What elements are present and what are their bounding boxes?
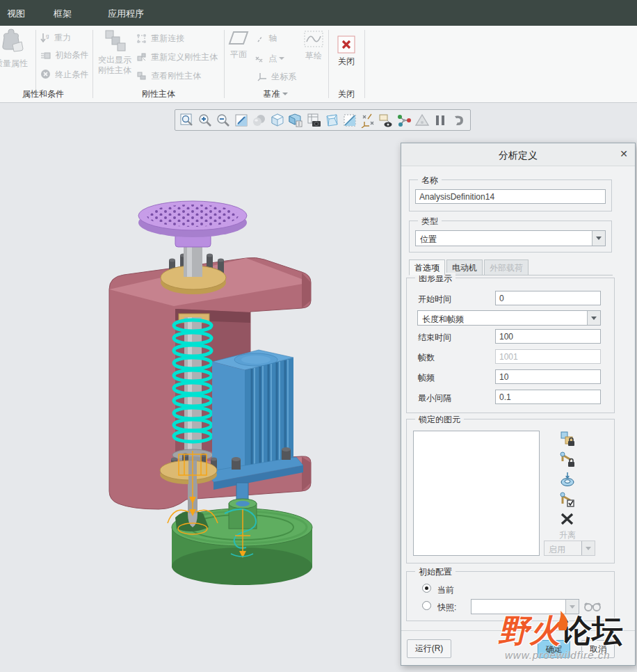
dialog-titlebar[interactable]: 分析定义 ✕ bbox=[401, 143, 635, 166]
initial-conditions-icon bbox=[40, 50, 51, 62]
frame-count-input bbox=[495, 349, 601, 364]
point-button[interactable]: 点 bbox=[255, 53, 284, 65]
graphical-display-group: 图形显示 开始时间 长度和帧频 结束时间 帧数 帧频 最小间隔 bbox=[406, 278, 615, 413]
current-radio-label: 当前 bbox=[437, 584, 454, 596]
chevron-down-icon bbox=[279, 57, 284, 60]
delete-lock-icon[interactable] bbox=[559, 511, 576, 527]
perforated-disc bbox=[147, 205, 239, 227]
axis-button[interactable]: 轴 bbox=[256, 33, 277, 45]
snapshot-radio-label: 快照: bbox=[437, 602, 456, 614]
plane-button[interactable]: 平面 bbox=[227, 30, 250, 60]
redefine-rigid-body-button[interactable]: 重新定义刚性主体 bbox=[136, 51, 218, 64]
enable-select-arrow bbox=[581, 541, 595, 555]
end-time-input[interactable] bbox=[495, 329, 601, 344]
dialog-title: 分析定义 bbox=[401, 150, 635, 162]
enable-select: 启用 bbox=[544, 541, 595, 556]
min-interval-label: 最小间隔 bbox=[418, 392, 451, 404]
plane-icon bbox=[228, 39, 249, 49]
ribbon-separator bbox=[224, 30, 225, 98]
locked-entities-group: 锁定的图元 升离 启用 bbox=[406, 419, 615, 563]
group-label-datum: 基准 bbox=[241, 88, 310, 100]
lock-bodies-icon[interactable] bbox=[559, 431, 576, 447]
menu-frame[interactable]: 框架 bbox=[54, 8, 72, 20]
liftoff-label: 升离 bbox=[559, 529, 576, 541]
snapshot-radio[interactable] bbox=[422, 601, 431, 610]
point-icon bbox=[255, 55, 264, 65]
close-mechanism-button[interactable]: 关闭 bbox=[332, 35, 360, 67]
svg-text:g: g bbox=[46, 33, 49, 39]
ribbon: 质量属性 g 重力 初始条件 终止条件 属性和条件 突出显示 刚性主体 重新连接… bbox=[0, 26, 637, 103]
enable-connection-icon[interactable] bbox=[559, 491, 576, 508]
analysis-definition-dialog: 分析定义 ✕ 名称 类型 位置 首选项 电动机 外部载荷 图形显示 开始时间 bbox=[401, 143, 636, 666]
tab-external-loads: 外部载荷 bbox=[484, 259, 529, 275]
initial-conditions-button[interactable]: 初始条件 bbox=[40, 49, 88, 62]
graphics-area[interactable]: 分析定义 ✕ 名称 类型 位置 首选项 电动机 外部载荷 图形显示 开始时间 bbox=[0, 103, 637, 672]
tab-preferences[interactable]: 首选项 bbox=[409, 259, 445, 275]
duration-mode-arrow[interactable] bbox=[587, 311, 600, 325]
redefine-rigid-body-icon bbox=[136, 52, 147, 64]
reconnect-button[interactable]: 重新连接 bbox=[136, 33, 184, 45]
reconnect-icon bbox=[136, 33, 147, 45]
frame-count-label: 帧数 bbox=[418, 352, 435, 364]
csys-icon bbox=[257, 72, 267, 83]
dialog-tabs: 首选项 电动机 外部载荷 bbox=[409, 259, 613, 276]
current-radio[interactable] bbox=[422, 584, 431, 593]
locked-entities-list[interactable] bbox=[413, 431, 540, 556]
footer-divider bbox=[401, 630, 635, 631]
dialog-close-icon[interactable]: ✕ bbox=[620, 148, 628, 159]
ok-button[interactable]: 确定 bbox=[538, 640, 570, 658]
gravity-icon: g bbox=[40, 33, 50, 45]
frame-rate-input[interactable] bbox=[495, 369, 601, 384]
cam-liftoff-icon[interactable] bbox=[559, 471, 576, 488]
preview-glasses-icon[interactable] bbox=[583, 600, 602, 615]
close-icon bbox=[337, 46, 355, 56]
view-rigid-body-button[interactable]: 查看刚性主体 bbox=[136, 70, 201, 83]
group-label-close: 关闭 bbox=[312, 88, 381, 100]
gravity-button[interactable]: g 重力 bbox=[40, 32, 71, 45]
start-time-input[interactable] bbox=[495, 291, 601, 305]
menu-applications[interactable]: 应用程序 bbox=[108, 8, 144, 20]
top-menu-bar: 视图 框架 应用程序 bbox=[0, 0, 637, 26]
termination-conditions-button[interactable]: 终止条件 bbox=[40, 69, 88, 81]
type-group: 类型 位置 bbox=[409, 221, 612, 253]
type-select[interactable]: 位置 bbox=[415, 230, 606, 246]
frame-rate-label: 帧频 bbox=[418, 372, 435, 384]
name-input[interactable] bbox=[415, 189, 606, 204]
mass-properties-icon bbox=[0, 48, 24, 58]
view-rigid-body-icon bbox=[136, 71, 147, 83]
type-select-arrow[interactable] bbox=[592, 231, 605, 246]
group-label-rigid-bodies: 刚性主体 bbox=[124, 88, 193, 100]
cancel-button[interactable]: 取消 bbox=[581, 640, 615, 658]
duration-mode-select[interactable]: 长度和帧频 bbox=[417, 310, 601, 326]
highlight-rigid-body-icon bbox=[103, 45, 127, 54]
sketch-button[interactable]: 草绘 bbox=[302, 30, 325, 61]
ribbon-separator bbox=[92, 30, 93, 98]
group-label-properties-conditions: 属性和条件 bbox=[8, 88, 78, 100]
menu-view[interactable]: 视图 bbox=[7, 8, 25, 20]
run-button[interactable]: 运行(R) bbox=[407, 639, 451, 658]
initial-config-group: 初始配置 当前 快照: bbox=[406, 571, 615, 621]
termination-conditions-icon bbox=[40, 69, 51, 81]
mass-properties-button[interactable]: 质量属性 bbox=[0, 28, 33, 69]
min-interval-input[interactable] bbox=[495, 390, 601, 404]
chevron-down-icon bbox=[282, 93, 288, 95]
lock-connections-icon[interactable] bbox=[559, 451, 576, 468]
highlight-rigid-body-button[interactable]: 突出显示 刚性主体 bbox=[95, 29, 135, 76]
axis-icon bbox=[256, 35, 264, 45]
end-time-label: 结束时间 bbox=[418, 332, 451, 344]
sketch-icon bbox=[303, 40, 324, 50]
name-group: 名称 bbox=[409, 179, 612, 211]
snapshot-select[interactable] bbox=[471, 599, 579, 614]
csys-button[interactable]: 坐标系 bbox=[257, 71, 296, 83]
snapshot-select-arrow[interactable] bbox=[565, 600, 579, 614]
start-time-label: 开始时间 bbox=[418, 294, 451, 305]
